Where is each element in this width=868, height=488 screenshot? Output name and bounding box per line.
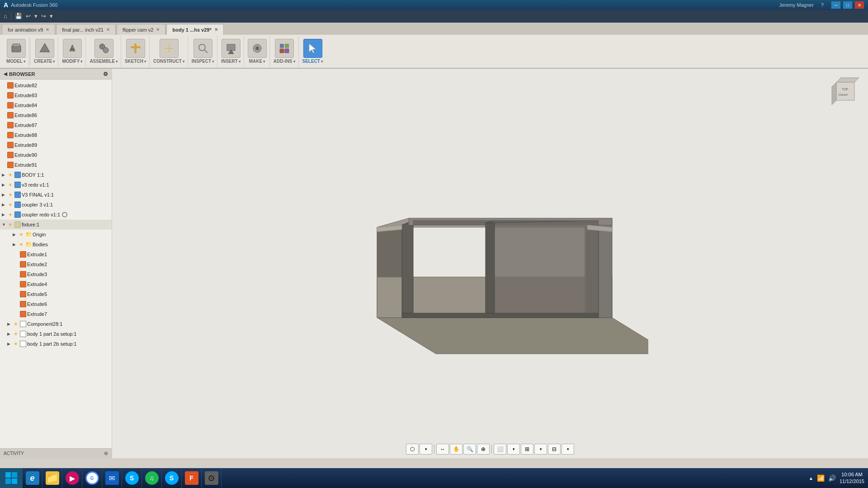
browser-settings-icon[interactable]: ⚙ xyxy=(103,71,108,77)
tree-item-body1part2b[interactable]: ▶ ☀ body 1 part 2b setup:1 xyxy=(0,339,112,349)
tab-finalpar[interactable]: final par... inch v21 ✕ xyxy=(56,24,116,35)
tree-item-fixture[interactable]: ▼ ☀ fixture:1 xyxy=(0,220,112,230)
sketch-button[interactable] xyxy=(126,39,145,58)
activity-settings-icon[interactable]: ⚙ xyxy=(104,451,108,456)
vp-grid-button[interactable]: ⬜ xyxy=(494,444,506,455)
tab-body1[interactable]: body 1 ...hs v29* ✕ xyxy=(166,24,223,35)
home-icon[interactable]: ⌂ xyxy=(4,13,7,19)
vp-pan-button[interactable]: ✋ xyxy=(450,444,462,455)
vp-dropdown4-button[interactable]: ▾ xyxy=(561,444,574,455)
model-button[interactable] xyxy=(7,39,26,58)
tree-item-extrude88[interactable]: Extrude88 xyxy=(0,130,112,140)
taskbar-skype[interactable]: S xyxy=(122,468,142,488)
app-title: Autodesk Fusion 360 xyxy=(11,2,57,8)
tree-item-coupler3[interactable]: ▶ ☀ coupler 3 v1:1 xyxy=(0,200,112,210)
tree-item-extrude4[interactable]: Extrude4 xyxy=(0,279,112,289)
tab-animation-close[interactable]: ✕ xyxy=(46,27,49,32)
vp-grid2-button[interactable]: ⊞ xyxy=(521,444,533,455)
vp-dropdown-button[interactable]: ▾ xyxy=(420,444,432,455)
taskbar-app9[interactable]: F xyxy=(182,468,202,488)
sketch-label: SKETCH xyxy=(125,59,143,64)
vp-dropdown2-button[interactable]: ▾ xyxy=(507,444,520,455)
vp-fit-button[interactable]: ⊕ xyxy=(477,444,490,455)
insert-dropdown-arrow[interactable]: ▾ xyxy=(239,59,241,64)
viewport[interactable]: TOP FRONT ⬡ ▾ ↔ ✋ 🔍 ⊕ ⬜ ▾ ⊞ ▾ ⊟ ▾ xyxy=(112,69,868,458)
tree-item-body11[interactable]: ▶ ☀ BODY 1:1 xyxy=(0,170,112,180)
construct-dropdown-arrow[interactable]: ▾ xyxy=(183,59,185,64)
redo-dropdown-icon[interactable]: ▾ xyxy=(50,13,53,19)
make-button[interactable] xyxy=(248,39,267,58)
tree-item-v3final[interactable]: ▶ ☀ V3 FINAL v1:1 xyxy=(0,190,112,200)
close-button[interactable]: ✕ xyxy=(854,1,864,9)
vp-zoom-button[interactable]: 🔍 xyxy=(463,444,476,455)
tab-animation[interactable]: for animation v9 ✕ xyxy=(2,24,55,35)
taskbar-outlook[interactable]: ✉ xyxy=(102,468,122,488)
tree-item-bodies[interactable]: ▶ ☀ 📁 Bodies xyxy=(0,239,112,249)
select-dropdown-arrow[interactable]: ▾ xyxy=(321,59,323,64)
assemble-button[interactable] xyxy=(94,39,113,58)
tab-flipper-close[interactable]: ✕ xyxy=(156,27,160,32)
tree-item-v3redo[interactable]: ▶ ☀ v3 redo v1:1 xyxy=(0,180,112,190)
tree-item-extrude86[interactable]: Extrude86 xyxy=(0,110,112,120)
taskbar-spotify[interactable]: ♫ xyxy=(142,468,162,488)
tree-item-component28[interactable]: ▶ ☀ Component28:1 xyxy=(0,319,112,329)
vp-dropdown3-button[interactable]: ▾ xyxy=(534,444,547,455)
construct-button[interactable] xyxy=(160,39,179,58)
inspect-dropdown-arrow[interactable]: ▾ xyxy=(212,59,214,64)
tab-body1-close[interactable]: ✕ xyxy=(214,27,218,32)
undo-dropdown-icon[interactable]: ▾ xyxy=(34,13,38,19)
tree-item-extrude5[interactable]: Extrude5 xyxy=(0,289,112,299)
tray-arrow[interactable]: ▲ xyxy=(809,476,813,481)
save-icon[interactable]: 💾 xyxy=(15,13,22,19)
redo-icon[interactable]: ↪ xyxy=(41,13,46,19)
activity-label: ACTIVITY xyxy=(4,451,24,456)
insert-button[interactable] xyxy=(222,39,241,58)
tree-item-extrude3[interactable]: Extrude3 xyxy=(0,269,112,279)
tree-item-body1part2a[interactable]: ▶ ☀ body 1 part 2a setup:1 xyxy=(0,329,112,339)
tree-item-extrude7[interactable]: Extrude7 xyxy=(0,309,112,319)
tree-item-origin[interactable]: ▶ ☀ 📁 Origin xyxy=(0,230,112,239)
vp-orbit-button[interactable]: ↔ xyxy=(436,444,449,455)
vp-view-button[interactable]: ⊟ xyxy=(548,444,561,455)
select-button[interactable] xyxy=(303,39,322,58)
vp-display-mode-button[interactable]: ⬡ xyxy=(406,444,419,455)
navcube[interactable]: TOP FRONT xyxy=(827,73,863,109)
undo-icon[interactable]: ↩ xyxy=(26,13,31,19)
addins-button[interactable] xyxy=(275,39,294,58)
sketch-dropdown-arrow[interactable]: ▾ xyxy=(144,59,146,64)
create-button[interactable] xyxy=(35,39,54,58)
tree-item-extrude2[interactable]: Extrude2 xyxy=(0,259,112,269)
tree-item-extrude87[interactable]: Extrude87 xyxy=(0,120,112,130)
inspect-button[interactable] xyxy=(193,39,212,58)
tree-item-extrude89[interactable]: Extrude89 xyxy=(0,140,112,150)
tab-finalpar-close[interactable]: ✕ xyxy=(106,27,110,32)
addins-dropdown-arrow[interactable]: ▾ xyxy=(293,59,296,64)
modify-dropdown-arrow[interactable]: ▾ xyxy=(80,59,83,64)
help-button[interactable]: ? xyxy=(821,2,824,8)
tree-item-couplerredo[interactable]: ▶ ☀ coupler redo v1:1 xyxy=(0,210,112,220)
taskbar-media[interactable]: ▶ xyxy=(62,468,82,488)
tree-item-extrude90[interactable]: Extrude90 xyxy=(0,150,112,160)
minimize-button[interactable]: ─ xyxy=(831,1,841,9)
tree-item-extrude91[interactable]: Extrude91 xyxy=(0,160,112,170)
browser-collapse-icon[interactable]: ◀ xyxy=(4,71,7,76)
modify-button[interactable] xyxy=(63,39,82,58)
create-dropdown-arrow[interactable]: ▾ xyxy=(53,59,55,64)
v3final-label: V3 FINAL v1:1 xyxy=(22,192,54,197)
model-dropdown-arrow[interactable]: ▾ xyxy=(24,59,26,64)
taskbar-chrome[interactable]: G xyxy=(82,468,102,488)
taskbar-skype2[interactable]: S xyxy=(162,468,182,488)
taskbar-ie[interactable]: e xyxy=(23,468,42,488)
tree-item-extrude84[interactable]: Extrude84 xyxy=(0,100,112,110)
tree-item-extrude82[interactable]: Extrude82 xyxy=(0,80,112,90)
taskbar-app10[interactable]: ⊙ xyxy=(202,468,222,488)
assemble-dropdown-arrow[interactable]: ▾ xyxy=(116,59,118,64)
tab-flipper[interactable]: flipper cam v2 ✕ xyxy=(117,24,165,35)
start-button[interactable] xyxy=(0,468,23,488)
tree-item-extrude83[interactable]: Extrude83 xyxy=(0,90,112,100)
taskbar-folder[interactable]: 📁 xyxy=(42,468,62,488)
make-dropdown-arrow[interactable]: ▾ xyxy=(263,59,265,64)
maximize-button[interactable]: □ xyxy=(843,1,853,9)
tree-item-extrude6[interactable]: Extrude6 xyxy=(0,299,112,309)
tree-item-extrude1[interactable]: Extrude1 xyxy=(0,249,112,259)
